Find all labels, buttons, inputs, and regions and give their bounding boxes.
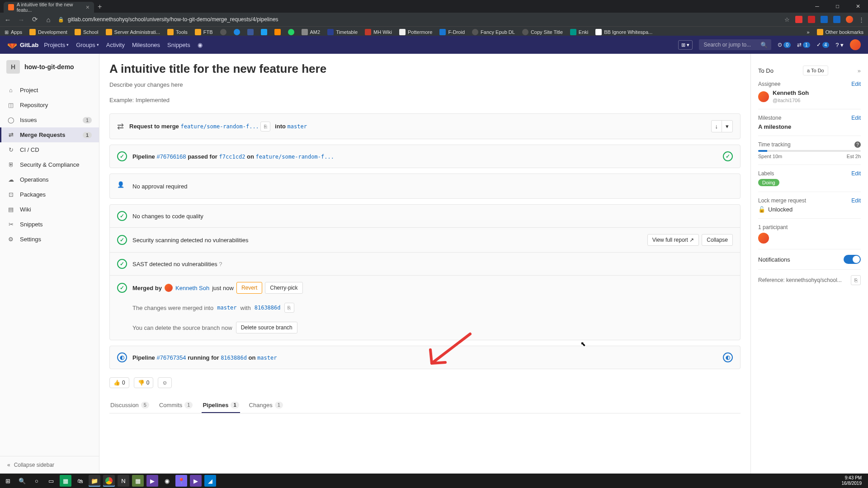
sidebar-item-settings[interactable]: ⚙Settings: [0, 232, 99, 247]
minimize-button[interactable]: ─: [807, 0, 827, 13]
status-running-icon[interactable]: ◐: [723, 352, 733, 362]
bookmark-item[interactable]: FTB: [195, 29, 213, 35]
edit-labels[interactable]: Edit: [851, 170, 861, 177]
bookmark-item[interactable]: F-Droid: [439, 29, 465, 35]
sidebar-project[interactable]: H how-to-git-demo: [0, 54, 99, 80]
bookmark-item[interactable]: AM2: [302, 29, 321, 35]
gitlab-logo[interactable]: GitLab: [7, 40, 38, 50]
bookmark-item[interactable]: Pottermore: [399, 29, 432, 35]
sidebar-item-cicd[interactable]: ↻CI / CD: [0, 142, 99, 157]
store-icon[interactable]: 🛍: [74, 475, 86, 487]
merge-sha[interactable]: 8163886d: [255, 305, 281, 311]
label-chip[interactable]: Doing: [758, 179, 779, 186]
vscode-icon[interactable]: ◢: [204, 475, 216, 487]
edit-milestone[interactable]: Edit: [851, 115, 861, 121]
bookmark-item[interactable]: School: [75, 29, 99, 35]
extension-icon[interactable]: [821, 16, 828, 23]
pipeline-link[interactable]: #76766168: [156, 153, 186, 160]
url-field[interactable]: 🔒 gitlab.com/kennethsohyq/school/univers…: [58, 16, 779, 23]
chrome-icon[interactable]: [103, 475, 115, 487]
menu-icon[interactable]: ⋮: [859, 16, 864, 23]
start-button[interactable]: ⊞: [2, 475, 14, 487]
new-tab-button[interactable]: +: [94, 1, 105, 13]
tab-discussion[interactable]: Discussion5: [109, 397, 150, 413]
revert-button[interactable]: Revert: [236, 282, 262, 294]
notion-icon[interactable]: N: [118, 475, 129, 487]
bookmark-overflow[interactable]: »: [807, 29, 810, 35]
copy-reference-button[interactable]: ⎘: [851, 275, 861, 285]
star-icon[interactable]: ☆: [784, 16, 790, 23]
help-icon[interactable]: ?: [854, 141, 861, 148]
copy-sha-button[interactable]: ⎘: [284, 303, 294, 313]
thumbs-down-button[interactable]: 👎 0: [134, 377, 154, 388]
nav-activity[interactable]: Activity: [106, 42, 125, 48]
nav-groups[interactable]: Groups ▾: [76, 42, 99, 48]
system-tray[interactable]: 9:43 PM 16/8/2019: [842, 475, 867, 486]
bookmark-item[interactable]: [288, 29, 294, 35]
bookmark-item[interactable]: [220, 29, 226, 35]
minecraft-icon[interactable]: ▦: [132, 475, 144, 487]
back-button[interactable]: ←: [4, 16, 12, 23]
notifications-toggle[interactable]: [844, 255, 861, 264]
bookmark-item[interactable]: Timetable: [327, 29, 358, 35]
add-reaction-button[interactable]: ☺: [158, 377, 171, 388]
bookmark-item[interactable]: [261, 29, 267, 35]
bookmark-item[interactable]: BB Ignore Whitespa...: [595, 29, 652, 35]
view-report-button[interactable]: View full report ↗: [647, 234, 699, 246]
assignee-user[interactable]: Kenneth Soh @itachi1706: [758, 89, 861, 103]
extension-icon[interactable]: [808, 16, 815, 23]
collapse-sidebar-button[interactable]: « Collapse sidebar: [0, 456, 99, 474]
status-passed-icon[interactable]: ✓: [723, 151, 733, 161]
close-button[interactable]: ✕: [848, 0, 868, 13]
sidebar-item-issues[interactable]: ◯Issues1: [0, 113, 99, 127]
sidebar-item-repository[interactable]: ◫Repository: [0, 98, 99, 113]
sidebar-item-snippets[interactable]: ✂Snippets: [0, 217, 99, 232]
nav-ops-icon[interactable]: ◉: [198, 42, 203, 48]
app-icon[interactable]: ▦: [60, 475, 71, 487]
commit-sha[interactable]: f7cc1cd2: [219, 154, 245, 160]
bookmark-apps[interactable]: ⊞Apps: [5, 29, 22, 35]
bookmark-item[interactable]: Copy Site Title: [522, 29, 563, 35]
collapse-button[interactable]: Collapse: [702, 234, 733, 246]
tab-pipelines[interactable]: Pipelines1: [202, 397, 240, 413]
merged-branch[interactable]: master: [217, 305, 236, 311]
forward-button[interactable]: →: [17, 16, 25, 23]
sidebar-item-packages[interactable]: ⊡Packages: [0, 187, 99, 202]
pipeline-branch[interactable]: master: [257, 355, 277, 361]
nav-snippets[interactable]: Snippets: [167, 42, 190, 48]
explorer-icon[interactable]: 📁: [89, 475, 100, 487]
target-branch[interactable]: master: [288, 123, 307, 130]
twitch-icon[interactable]: ▶: [190, 475, 202, 487]
plus-dropdown[interactable]: ⊞ ▾: [678, 40, 693, 50]
bookmark-item[interactable]: Tools: [167, 29, 188, 35]
commit-sha[interactable]: 8163886d: [221, 355, 247, 361]
other-bookmarks[interactable]: Other bookmarks: [817, 29, 863, 35]
maximize-button[interactable]: □: [827, 0, 848, 13]
sidebar-item-operations[interactable]: ☁Operations: [0, 172, 99, 187]
cortana-icon[interactable]: ○: [31, 475, 42, 487]
extension-icon[interactable]: [833, 16, 840, 23]
nav-projects[interactable]: Projects ▾: [44, 42, 69, 48]
delete-source-branch-button[interactable]: Delete source branch: [236, 322, 297, 333]
issues-counter[interactable]: ⊙0: [778, 42, 791, 48]
sidebar-item-project[interactable]: ⌂Project: [0, 83, 99, 98]
help-icon[interactable]: ? ▾: [835, 42, 844, 48]
sidebar-item-security[interactable]: ⛨Security & Compliance: [0, 157, 99, 172]
cherry-pick-button[interactable]: Cherry-pick: [265, 282, 302, 294]
tab-changes[interactable]: Changes1: [248, 397, 284, 413]
checkout-dropdown[interactable]: ↓▾: [711, 120, 733, 132]
bookmark-item[interactable]: MH Wiki: [365, 29, 392, 35]
edit-lock[interactable]: Edit: [851, 197, 861, 204]
bookmark-item[interactable]: Server Administrati...: [106, 29, 160, 35]
profile-avatar-icon[interactable]: [846, 16, 853, 23]
search-icon[interactable]: 🔍: [16, 475, 28, 487]
tab-commits[interactable]: Commits1: [158, 397, 193, 413]
todo-counter[interactable]: ✓4: [816, 42, 830, 48]
pipeline-link[interactable]: #76767354: [156, 354, 186, 361]
bookmark-item[interactable]: [247, 29, 254, 35]
bookmark-item[interactable]: [234, 29, 240, 35]
obs-icon[interactable]: ◉: [161, 475, 173, 487]
bookmark-item[interactable]: Enki: [570, 29, 588, 35]
source-branch[interactable]: feature/some-random-f...: [180, 123, 259, 130]
copy-branch-button[interactable]: ⎘: [260, 122, 270, 131]
